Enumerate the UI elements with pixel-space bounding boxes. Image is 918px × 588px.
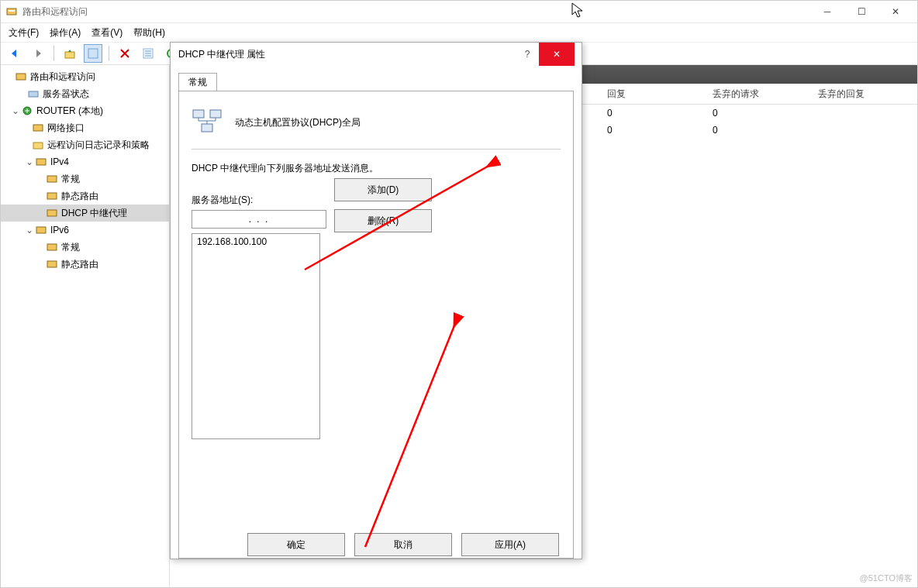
svg-rect-23 [193, 110, 204, 118]
close-button[interactable]: ✕ [878, 1, 913, 22]
dhcp-heading: 动态主机配置协议(DHCP)全局 [192, 104, 561, 150]
svg-rect-1 [9, 10, 15, 12]
tree-ipv6-general[interactable]: 常规 [1, 239, 169, 256]
tree-router[interactable]: ⌄ ROUTER (本地) [1, 102, 169, 119]
delete-button[interactable]: 删除(R) [334, 209, 432, 232]
tabstrip: 常规 [178, 72, 574, 91]
titlebar: 路由和远程访问 ─ ☐ ✕ [1, 1, 917, 23]
description-text: DHCP 中继代理向下列服务器地址发送消息。 [192, 162, 561, 175]
col-reply[interactable]: 回复 [601, 88, 706, 101]
tree-ipv4-general[interactable]: 常规 [1, 170, 169, 187]
svg-rect-12 [29, 91, 38, 97]
menu-file[interactable]: 文件(F) [9, 26, 39, 40]
minimize-button[interactable]: ─ [810, 1, 844, 22]
server-address-input[interactable]: . . . [192, 210, 326, 229]
svg-rect-18 [47, 193, 57, 199]
dialog-titlebar: DHCP 中继代理 属性 ? ✕ [171, 43, 582, 66]
svg-rect-25 [202, 124, 212, 132]
tree-root[interactable]: 路由和远程访问 [1, 68, 169, 85]
dialog-close-button[interactable]: ✕ [539, 43, 575, 66]
svg-rect-2 [65, 52, 74, 58]
up-icon[interactable] [60, 44, 79, 63]
ok-button[interactable]: 确定 [247, 533, 345, 556]
svg-line-27 [365, 316, 458, 547]
network-computers-icon [192, 108, 223, 136]
list-item[interactable]: 192.168.100.100 [194, 236, 318, 248]
app-icon [5, 5, 18, 18]
cursor-icon [571, 2, 585, 19]
svg-rect-22 [47, 261, 57, 267]
svg-rect-11 [16, 74, 26, 80]
tree-net-if[interactable]: 网络接口 [1, 119, 169, 136]
svg-rect-24 [210, 110, 221, 118]
tree-ipv4[interactable]: ⌄ IPv4 [1, 153, 169, 170]
svg-rect-20 [36, 227, 46, 233]
list-icon[interactable] [139, 44, 157, 63]
window-title: 路由和远程访问 [22, 5, 88, 19]
forward-icon[interactable] [29, 44, 47, 63]
content: 路由和远程访问 服务器状态 ⌄ ROUTER (本地) 网络接口 远程访问日志记… [1, 65, 917, 588]
tree-remote-log[interactable]: 远程访问日志记录和策略 [1, 136, 169, 153]
tree-ipv4-static[interactable]: 静态路由 [1, 187, 169, 205]
menu-help[interactable]: 帮助(H) [133, 26, 165, 40]
add-button[interactable]: 添加(D) [334, 178, 432, 201]
svg-rect-17 [47, 176, 57, 182]
back-icon[interactable] [5, 44, 24, 63]
annotation-arrow-icon [350, 308, 474, 556]
cancel-button[interactable]: 取消 [354, 533, 452, 556]
main-window: 路由和远程访问 ─ ☐ ✕ 文件(F) 操作(A) 查看(V) 帮助(H) ? … [0, 0, 918, 588]
tree-server-status[interactable]: 服务器状态 [1, 85, 169, 102]
tree-panel: 路由和远程访问 服务器状态 ⌄ ROUTER (本地) 网络接口 远程访问日志记… [1, 65, 170, 588]
apply-button[interactable]: 应用(A) [461, 533, 559, 556]
watermark: @51CTO博客 [860, 573, 913, 584]
col-discard-req[interactable]: 丢弃的请求 [706, 88, 812, 101]
tree-ipv6[interactable]: ⌄ IPv6 [1, 222, 169, 239]
svg-rect-21 [47, 244, 57, 250]
dialog-help-button[interactable]: ? [516, 49, 539, 60]
svg-rect-15 [33, 143, 43, 149]
dialog-title: DHCP 中继代理 属性 [178, 48, 265, 61]
svg-rect-14 [33, 125, 43, 131]
main-panel: 回复 丢弃的请求 丢弃的回复 0 0 0 0 DHCP 中继代理 属性 [170, 65, 917, 588]
tree-ipv4-dhcp[interactable]: DHCP 中继代理 [1, 205, 169, 222]
tab-general[interactable]: 常规 [178, 73, 217, 91]
tab-pane: 动态主机配置协议(DHCP)全局 DHCP 中继代理向下列服务器地址发送消息。 … [178, 91, 574, 559]
col-discard-reply[interactable]: 丢弃的回复 [812, 88, 917, 101]
server-address-listbox[interactable]: 192.168.100.100 [192, 233, 320, 439]
dhcp-relay-properties-dialog: DHCP 中继代理 属性 ? ✕ 常规 [170, 42, 582, 559]
tree-ipv6-static[interactable]: 静态路由 [1, 256, 169, 273]
maximize-button[interactable]: ☐ [844, 1, 878, 22]
heading-text: 动态主机配置协议(DHCP)全局 [235, 116, 361, 129]
svg-rect-19 [47, 210, 57, 216]
menu-view[interactable]: 查看(V) [91, 26, 123, 40]
svg-rect-16 [36, 159, 46, 165]
properties-icon[interactable] [84, 44, 102, 63]
menu-action[interactable]: 操作(A) [50, 26, 81, 40]
svg-rect-3 [88, 49, 98, 58]
menubar: 文件(F) 操作(A) 查看(V) 帮助(H) [1, 23, 917, 43]
delete-icon[interactable] [116, 44, 134, 63]
